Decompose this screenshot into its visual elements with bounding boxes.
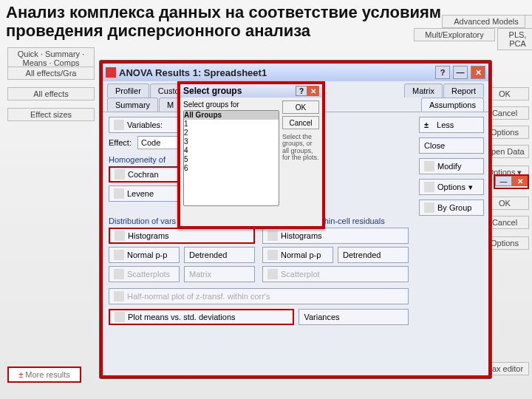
window-title: ANOVA Results 1: Spreadsheet1: [119, 67, 267, 78]
scatterplots-left: Scatterplots: [109, 266, 180, 282]
tab-assumptions[interactable]: Assumptions: [421, 98, 484, 112]
detrended-left[interactable]: Detrended: [184, 247, 255, 263]
effect-label: Effect:: [109, 138, 132, 147]
histograms-right-button[interactable]: Histograms: [262, 228, 409, 244]
pencil-icon: [424, 161, 434, 171]
close-button-side[interactable]: Close: [419, 137, 484, 154]
table-icon: [114, 188, 124, 199]
variables-icon: [114, 120, 124, 130]
group-icon: [424, 202, 434, 213]
tab-profiler[interactable]: Profiler: [107, 83, 149, 98]
bg-btn-alleffects[interactable]: All effects: [7, 87, 95, 100]
more-results-button[interactable]: ± More results: [7, 366, 81, 383]
histograms-left-button[interactable]: Histograms: [109, 228, 255, 244]
matrix-left: Matrix: [184, 266, 255, 282]
tab-matrix[interactable]: Matrix: [404, 83, 443, 98]
popup-titlebar: Select groups ? ✕: [180, 84, 322, 98]
content-right: ± Less Close Modify Options ▾ By Group: [415, 112, 488, 330]
scatter-icon: [267, 269, 278, 279]
bg-btn-alleffects-gra[interactable]: All effects/Gra: [7, 66, 95, 80]
popup-cancel[interactable]: Cancel: [282, 116, 319, 129]
bygroup-button[interactable]: By Group: [419, 200, 484, 216]
close-button[interactable]: ✕: [471, 66, 485, 79]
halfnormal-button: Half-normal plot of z-transf. within cor…: [109, 288, 409, 304]
bg-btn-effect-sizes[interactable]: Effect sizes: [7, 108, 95, 121]
histogram-icon: [267, 231, 278, 241]
variances-button[interactable]: Variances: [299, 309, 409, 325]
groups-listbox[interactable]: All Groups 1 2 3 4 5 6: [183, 110, 279, 206]
popup-label: Select groups for: [183, 100, 279, 109]
line-icon: [115, 312, 125, 322]
popup-close[interactable]: ✕: [307, 86, 319, 96]
app-icon: [106, 67, 116, 78]
normal-pp-left[interactable]: Normal p-p: [109, 247, 180, 263]
scatterplot-right: Scatterplot: [262, 266, 409, 282]
modify-button[interactable]: Modify: [419, 158, 484, 174]
detrended-right[interactable]: Detrended: [338, 247, 409, 263]
plot-icon: [114, 291, 124, 301]
less-button[interactable]: ± Less: [419, 117, 484, 133]
histogram-icon: [115, 231, 125, 241]
help-button[interactable]: ?: [435, 66, 450, 79]
plot-icon: [114, 250, 124, 260]
plot-means-button[interactable]: Plot means vs. std. deviations: [109, 309, 294, 325]
table-icon: [115, 169, 125, 180]
popup-title: Select groups: [183, 86, 242, 96]
slide-title: Анализ комплекса данных на соответствие …: [6, 3, 526, 41]
tab-report[interactable]: Report: [443, 83, 484, 98]
tab-summary[interactable]: Summary: [107, 98, 158, 112]
plot-icon: [267, 250, 278, 260]
titlebar: ANOVA Results 1: Spreadsheet1 ? — ✕: [103, 64, 488, 81]
minimize-button[interactable]: —: [453, 66, 468, 79]
select-groups-dialog: Select groups ? ✕ Select groups for All …: [177, 81, 325, 229]
popup-help[interactable]: ?: [296, 86, 307, 96]
scatter-icon: [114, 269, 124, 279]
normal-pp-right[interactable]: Normal p-p: [262, 247, 333, 263]
popup-ok[interactable]: OK: [282, 100, 319, 114]
popup-hint: Select the groups, or all groups, for th…: [282, 134, 319, 162]
